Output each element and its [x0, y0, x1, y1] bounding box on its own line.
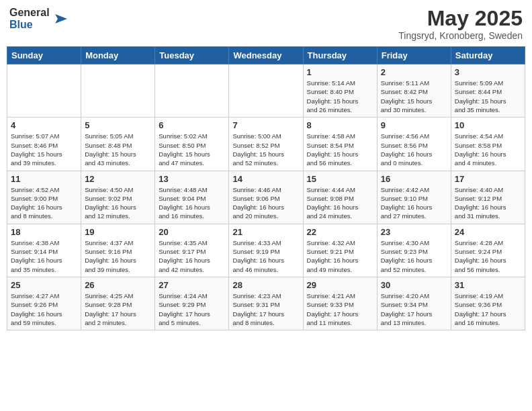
day-cell-3-4: 22Sunrise: 4:32 AM Sunset: 9:21 PM Dayli… — [303, 224, 377, 277]
day-number: 18 — [11, 227, 77, 237]
weekday-header-row: Sunday Monday Tuesday Wednesday Thursday… — [7, 47, 525, 64]
day-cell-2-6: 17Sunrise: 4:40 AM Sunset: 9:12 PM Dayli… — [451, 171, 525, 224]
day-cell-4-2: 27Sunrise: 4:24 AM Sunset: 9:29 PM Dayli… — [155, 277, 229, 330]
day-cell-4-5: 30Sunrise: 4:20 AM Sunset: 9:34 PM Dayli… — [377, 277, 451, 330]
day-cell-1-0: 4Sunrise: 5:07 AM Sunset: 8:46 PM Daylig… — [7, 118, 81, 171]
logo: General Blue — [9, 7, 67, 30]
day-info: Sunrise: 4:52 AM Sunset: 9:00 PM Dayligh… — [11, 185, 77, 221]
day-info: Sunrise: 5:09 AM Sunset: 8:44 PM Dayligh… — [455, 79, 521, 114]
day-info: Sunrise: 4:24 AM Sunset: 9:29 PM Dayligh… — [159, 291, 225, 327]
day-info: Sunrise: 4:37 AM Sunset: 9:16 PM Dayligh… — [85, 238, 151, 274]
day-number: 24 — [455, 227, 521, 237]
day-number: 29 — [307, 280, 373, 290]
day-number: 15 — [307, 174, 373, 184]
day-number: 4 — [11, 120, 77, 130]
svg-marker-0 — [55, 14, 67, 24]
day-cell-3-0: 18Sunrise: 4:38 AM Sunset: 9:14 PM Dayli… — [7, 224, 81, 277]
day-cell-2-4: 15Sunrise: 4:44 AM Sunset: 9:08 PM Dayli… — [303, 171, 377, 224]
day-cell-1-1: 5Sunrise: 5:05 AM Sunset: 8:48 PM Daylig… — [81, 118, 155, 171]
day-number: 30 — [381, 280, 447, 290]
day-number: 21 — [232, 227, 299, 237]
day-info: Sunrise: 4:56 AM Sunset: 8:56 PM Dayligh… — [381, 132, 447, 167]
day-cell-2-2: 13Sunrise: 4:48 AM Sunset: 9:04 PM Dayli… — [155, 171, 229, 224]
day-number: 28 — [232, 280, 299, 290]
day-number: 17 — [455, 174, 521, 184]
day-cell-4-4: 29Sunrise: 4:21 AM Sunset: 9:33 PM Dayli… — [303, 277, 377, 330]
logo-general: General — [9, 7, 50, 19]
day-cell-1-2: 6Sunrise: 5:02 AM Sunset: 8:50 PM Daylig… — [155, 118, 229, 171]
day-cell-1-4: 8Sunrise: 4:58 AM Sunset: 8:54 PM Daylig… — [303, 118, 377, 171]
day-number: 16 — [381, 174, 447, 184]
calendar-table: Sunday Monday Tuesday Wednesday Thursday… — [7, 46, 525, 330]
day-info: Sunrise: 4:42 AM Sunset: 9:10 PM Dayligh… — [381, 185, 447, 221]
day-cell-3-1: 19Sunrise: 4:37 AM Sunset: 9:16 PM Dayli… — [81, 224, 155, 277]
title-block: May 2025 Tingsryd, Kronoberg, Sweden — [398, 7, 523, 41]
day-number: 8 — [307, 120, 373, 130]
day-info: Sunrise: 4:32 AM Sunset: 9:21 PM Dayligh… — [307, 238, 373, 274]
day-info: Sunrise: 4:40 AM Sunset: 9:12 PM Dayligh… — [455, 185, 521, 221]
day-info: Sunrise: 5:11 AM Sunset: 8:42 PM Dayligh… — [381, 79, 447, 114]
day-cell-0-1 — [81, 64, 155, 118]
day-cell-3-6: 24Sunrise: 4:28 AM Sunset: 9:24 PM Dayli… — [451, 224, 525, 277]
week-row-5: 25Sunrise: 4:27 AM Sunset: 9:26 PM Dayli… — [7, 277, 525, 330]
week-row-2: 4Sunrise: 5:07 AM Sunset: 8:46 PM Daylig… — [7, 118, 525, 171]
day-info: Sunrise: 4:21 AM Sunset: 9:33 PM Dayligh… — [307, 291, 373, 327]
day-info: Sunrise: 4:28 AM Sunset: 9:24 PM Dayligh… — [455, 238, 521, 274]
day-info: Sunrise: 4:20 AM Sunset: 9:34 PM Dayligh… — [381, 291, 447, 327]
day-number: 22 — [307, 227, 373, 237]
day-cell-3-2: 20Sunrise: 4:35 AM Sunset: 9:17 PM Dayli… — [155, 224, 229, 277]
day-info: Sunrise: 4:30 AM Sunset: 9:23 PM Dayligh… — [381, 238, 447, 274]
day-info: Sunrise: 4:44 AM Sunset: 9:08 PM Dayligh… — [307, 185, 373, 221]
header-wednesday: Wednesday — [229, 47, 303, 64]
day-info: Sunrise: 4:58 AM Sunset: 8:54 PM Dayligh… — [307, 132, 373, 167]
day-info: Sunrise: 4:19 AM Sunset: 9:36 PM Dayligh… — [455, 291, 521, 327]
day-number: 9 — [381, 120, 447, 130]
day-info: Sunrise: 4:25 AM Sunset: 9:28 PM Dayligh… — [85, 291, 151, 327]
day-cell-4-3: 28Sunrise: 4:23 AM Sunset: 9:31 PM Dayli… — [229, 277, 303, 330]
day-info: Sunrise: 5:02 AM Sunset: 8:50 PM Dayligh… — [159, 132, 225, 167]
day-cell-4-0: 25Sunrise: 4:27 AM Sunset: 9:26 PM Dayli… — [7, 277, 81, 330]
calendar-subtitle: Tingsryd, Kronoberg, Sweden — [398, 30, 523, 41]
day-info: Sunrise: 4:35 AM Sunset: 9:17 PM Dayligh… — [159, 238, 225, 274]
day-cell-0-4: 1Sunrise: 5:14 AM Sunset: 8:40 PM Daylig… — [303, 64, 377, 118]
day-cell-0-2 — [155, 64, 229, 118]
day-number: 23 — [381, 227, 447, 237]
day-number: 2 — [381, 67, 447, 77]
day-cell-1-5: 9Sunrise: 4:56 AM Sunset: 8:56 PM Daylig… — [377, 118, 451, 171]
day-cell-0-0 — [7, 64, 81, 118]
header-friday: Friday — [377, 47, 451, 64]
day-number: 31 — [455, 280, 521, 290]
week-row-3: 11Sunrise: 4:52 AM Sunset: 9:00 PM Dayli… — [7, 171, 525, 224]
day-number: 26 — [85, 280, 151, 290]
day-cell-4-6: 31Sunrise: 4:19 AM Sunset: 9:36 PM Dayli… — [451, 277, 525, 330]
week-row-4: 18Sunrise: 4:38 AM Sunset: 9:14 PM Dayli… — [7, 224, 525, 277]
day-number: 11 — [11, 174, 77, 184]
logo-blue: Blue — [9, 19, 50, 31]
day-cell-3-5: 23Sunrise: 4:30 AM Sunset: 9:23 PM Dayli… — [377, 224, 451, 277]
logo-arrow-icon — [52, 11, 67, 26]
day-number: 20 — [159, 227, 225, 237]
day-cell-2-3: 14Sunrise: 4:46 AM Sunset: 9:06 PM Dayli… — [229, 171, 303, 224]
day-info: Sunrise: 5:07 AM Sunset: 8:46 PM Dayligh… — [11, 132, 77, 167]
day-number: 25 — [11, 280, 77, 290]
day-number: 12 — [85, 174, 151, 184]
header-thursday: Thursday — [303, 47, 377, 64]
day-cell-0-6: 3Sunrise: 5:09 AM Sunset: 8:44 PM Daylig… — [451, 64, 525, 118]
day-number: 14 — [232, 174, 299, 184]
week-row-1: 1Sunrise: 5:14 AM Sunset: 8:40 PM Daylig… — [7, 64, 525, 118]
day-info: Sunrise: 4:54 AM Sunset: 8:58 PM Dayligh… — [455, 132, 521, 167]
day-number: 6 — [159, 120, 225, 130]
day-cell-3-3: 21Sunrise: 4:33 AM Sunset: 9:19 PM Dayli… — [229, 224, 303, 277]
day-number: 7 — [232, 120, 299, 130]
day-info: Sunrise: 4:46 AM Sunset: 9:06 PM Dayligh… — [232, 185, 299, 221]
day-cell-0-3 — [229, 64, 303, 118]
day-info: Sunrise: 4:48 AM Sunset: 9:04 PM Dayligh… — [159, 185, 225, 221]
day-cell-2-5: 16Sunrise: 4:42 AM Sunset: 9:10 PM Dayli… — [377, 171, 451, 224]
header-monday: Monday — [81, 47, 155, 64]
header-saturday: Saturday — [451, 47, 525, 64]
day-cell-4-1: 26Sunrise: 4:25 AM Sunset: 9:28 PM Dayli… — [81, 277, 155, 330]
day-info: Sunrise: 5:00 AM Sunset: 8:52 PM Dayligh… — [232, 132, 299, 167]
day-number: 1 — [307, 67, 373, 77]
day-info: Sunrise: 4:50 AM Sunset: 9:02 PM Dayligh… — [85, 185, 151, 221]
day-info: Sunrise: 5:14 AM Sunset: 8:40 PM Dayligh… — [307, 79, 373, 114]
